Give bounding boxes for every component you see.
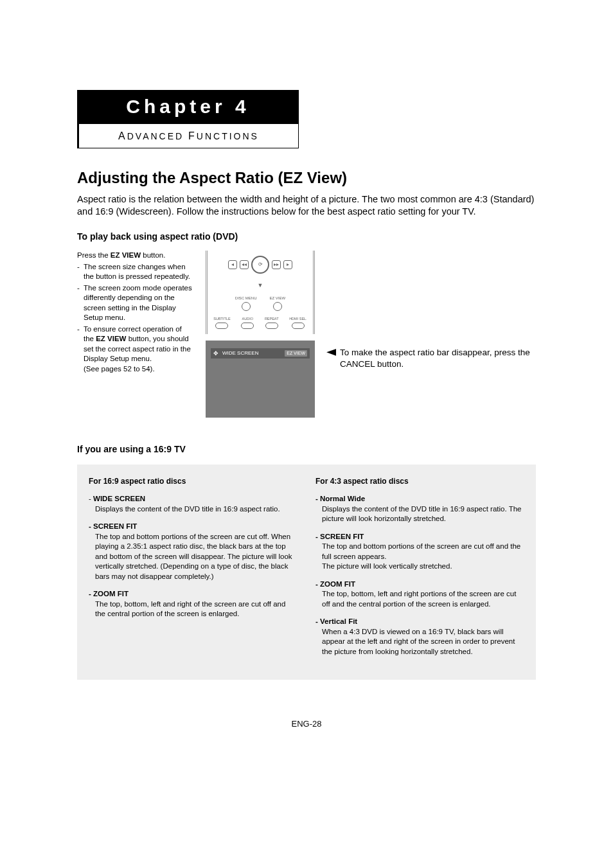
press-line-c: button.	[141, 251, 165, 259]
mode-name-verticalfit: - Vertical Fit	[315, 617, 524, 627]
remote-center-icon: ⟳	[251, 256, 269, 274]
panel-col-4-3: For 4:3 aspect ratio discs - Normal Wide…	[315, 476, 524, 664]
chapter-subtitle: ADVANCED FUNCTIONS	[77, 124, 299, 149]
instruction-row: Press the EZ VIEW button. The screen siz…	[77, 251, 536, 418]
remote-label-discmenu: DISC MENU	[235, 296, 257, 301]
mode-desc: Displays the content of the DVD title in…	[315, 504, 524, 524]
remote-label-subtitle: SUBTITLE	[213, 317, 230, 321]
bullet3-d: (See pages 52 to 54).	[84, 365, 155, 373]
mode-desc: When a 4:3 DVD is viewed on a 16:9 TV, b…	[315, 627, 524, 657]
remote-fwd-icon: ▸▸	[272, 260, 281, 269]
tv-screen-illustration: ✥ WIDE SCREEN EZ VIEW	[206, 341, 315, 418]
mode-desc: The top and bottom portions of the scree…	[315, 542, 524, 562]
mode-name-screenfit: - SCREEN FIT	[89, 522, 298, 532]
panel-col-16-9: For 16:9 aspect ratio discs - WIDE SCREE…	[89, 476, 298, 664]
remote-next-icon: ▸	[283, 260, 292, 269]
section-heading-16-9: If you are using a 16:9 TV	[77, 443, 536, 456]
page-title: Adjusting the Aspect Ratio (EZ View)	[77, 168, 536, 188]
col-heading-4-3: For 4:3 aspect ratio discs	[315, 476, 524, 486]
mode-item: - ZOOM FIT The top, bottom, left and rig…	[315, 580, 524, 610]
col-heading-16-9: For 16:9 aspect ratio discs	[89, 476, 298, 486]
mode-dash: -	[89, 495, 93, 502]
remote-label-hdmi: HDMI SEL.	[289, 317, 307, 321]
remote-label-audio: AUDIO	[242, 317, 253, 321]
mode-item: - Normal Wide Displays the content of th…	[315, 494, 524, 524]
remote-hdmi-button-icon	[292, 323, 305, 329]
chapter-subtitle-part: UNCTIONS	[197, 131, 259, 141]
intro-paragraph: Aspect ratio is the relation between the…	[77, 193, 536, 218]
mode-name-widescreen: WIDE SCREEN	[93, 495, 145, 502]
remote-discmenu-button-icon	[242, 302, 251, 311]
chapter-subtitle-part: DVANCED	[127, 131, 188, 141]
note-pointer-icon: ◀	[326, 347, 336, 356]
illustration-column: ◂ ◂◂ ⟳ ▸▸ ▸ ▼ DISC MENU EZ VIEW SUBTITLE…	[206, 251, 315, 418]
instruction-text: Press the EZ VIEW button. The screen siz…	[77, 251, 193, 418]
mode-name-screenfit: - SCREEN FIT	[315, 532, 524, 542]
press-line-b: EZ VIEW	[111, 251, 141, 259]
mode-name-zoomfit: - ZOOM FIT	[315, 580, 524, 590]
section-heading-playback: To play back using aspect ratio (DVD)	[77, 231, 536, 243]
mode-name-normalwide: - Normal Wide	[315, 494, 524, 504]
note-text: To make the aspect ratio bar disappear, …	[340, 347, 536, 370]
remote-repeat-button-icon	[265, 323, 278, 329]
instruction-bullet: The screen size changes when the button …	[77, 262, 193, 282]
mode-desc: Displays the content of the DVD title in…	[89, 504, 298, 515]
aspect-ratio-panel: For 16:9 aspect ratio discs - WIDE SCREE…	[77, 465, 536, 680]
mode-desc: The top and bottom portions of the scree…	[89, 532, 298, 582]
note-column: ◀ To make the aspect ratio bar disappear…	[328, 251, 536, 418]
chapter-subtitle-part: A	[118, 130, 127, 141]
osd-ezview-badge: EZ VIEW	[285, 350, 307, 356]
mode-desc: The top, bottom, left and right of the s…	[89, 599, 298, 619]
mode-desc: The top, bottom, left and right portions…	[315, 589, 524, 609]
press-line-a: Press the	[77, 251, 111, 259]
mode-item: - WIDE SCREEN Displays the content of th…	[89, 494, 298, 514]
chapter-number: Chapter 4	[77, 90, 299, 124]
remote-down-arrow-icon: ▼	[258, 282, 263, 288]
osd-bar: ✥ WIDE SCREEN EZ VIEW	[211, 348, 310, 359]
osd-mode-label: WIDE SCREEN	[222, 350, 258, 357]
remote-rew-icon: ◂◂	[240, 260, 249, 269]
chapter-subtitle-part: F	[188, 130, 197, 141]
instruction-bullet: To ensure correct operation of the EZ VI…	[77, 324, 193, 375]
remote-ezview-button-icon	[273, 302, 282, 311]
mode-item: - SCREEN FIT The top and bottom portions…	[315, 532, 524, 572]
instruction-bullet: The screen zoom mode operates differentl…	[77, 283, 193, 323]
page-number: ENG-28	[77, 718, 536, 730]
mode-item: - ZOOM FIT The top, bottom, left and rig…	[89, 589, 298, 619]
remote-control-illustration: ◂ ◂◂ ⟳ ▸▸ ▸ ▼ DISC MENU EZ VIEW SUBTITLE…	[206, 251, 315, 334]
bullet3-b: EZ VIEW	[96, 335, 126, 342]
mode-desc: The picture will look vertically stretch…	[315, 562, 524, 572]
mode-item: - SCREEN FIT The top and bottom portions…	[89, 522, 298, 581]
remote-subtitle-button-icon	[215, 323, 228, 329]
osd-move-icon: ✥	[213, 350, 218, 357]
remote-audio-button-icon	[241, 323, 254, 329]
mode-item: - Vertical Fit When a 4:3 DVD is viewed …	[315, 617, 524, 657]
remote-label-ezview: EZ VIEW	[270, 296, 286, 301]
remote-prev-icon: ◂	[228, 260, 237, 269]
mode-name-zoomfit: - ZOOM FIT	[89, 589, 298, 599]
remote-label-repeat: REPEAT	[265, 317, 279, 321]
chapter-header: Chapter 4 ADVANCED FUNCTIONS	[77, 90, 536, 148]
